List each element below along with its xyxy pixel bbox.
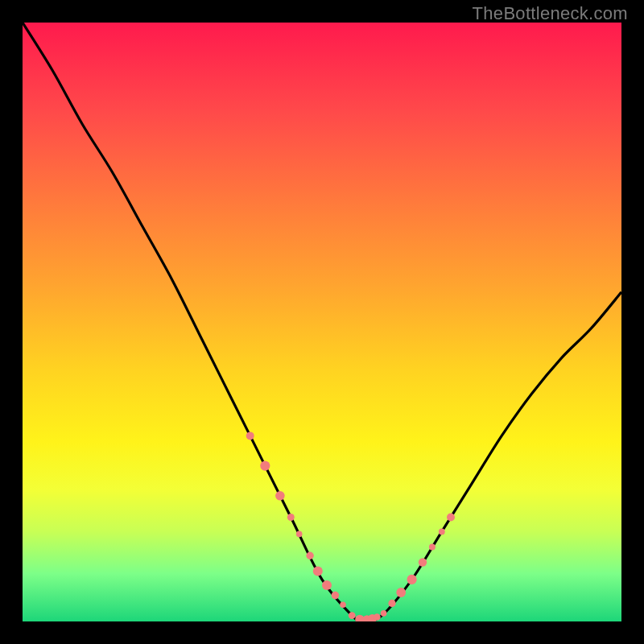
marker-dot <box>340 601 346 608</box>
marker-dot <box>439 529 445 535</box>
marker-dot <box>381 610 387 617</box>
marker-dot <box>396 588 406 597</box>
marker-dot <box>447 514 455 522</box>
marker-dot <box>374 613 381 621</box>
marker-dot <box>349 612 356 619</box>
attribution-text: TheBottleneck.com <box>473 3 628 24</box>
plot-area <box>23 23 621 621</box>
bottleneck-curve-svg <box>23 23 621 621</box>
marker-dot <box>287 514 295 521</box>
marker-dot <box>407 575 417 584</box>
marker-dot <box>429 543 436 550</box>
bottleneck-curve <box>23 23 621 621</box>
marker-dot <box>322 580 332 590</box>
marker-dot <box>260 461 270 471</box>
marker-dot <box>388 600 395 607</box>
marker-dot <box>306 552 313 559</box>
marker-dot <box>296 531 303 538</box>
marker-dot <box>332 592 340 600</box>
marker-dot <box>246 431 254 440</box>
chart-frame: TheBottleneck.com <box>0 0 644 644</box>
marker-dots <box>246 431 455 621</box>
marker-dot <box>275 491 285 501</box>
marker-dot <box>419 558 427 566</box>
marker-dot <box>313 567 323 576</box>
